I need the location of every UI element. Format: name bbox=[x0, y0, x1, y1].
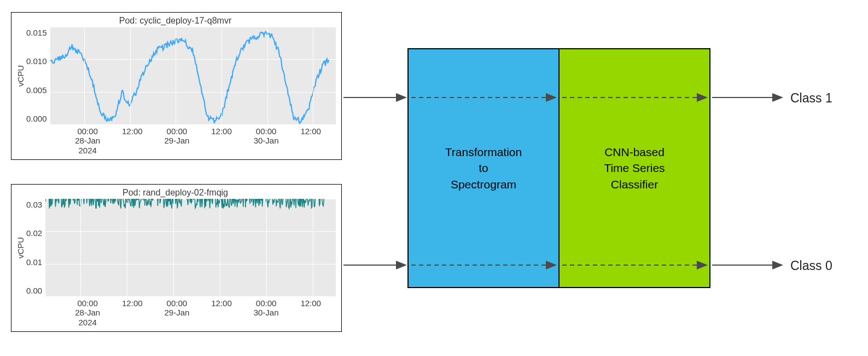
chart-title: Pod: cyclic_deploy-17-q8mvr bbox=[15, 16, 336, 26]
chart-panel-cyclic: Pod: cyclic_deploy-17-q8mvr vCPU 0.015 0… bbox=[11, 12, 342, 160]
stage-label: CNN-basedTime SeriesClassifier bbox=[604, 144, 665, 192]
line-plot-svg bbox=[50, 27, 329, 124]
chart-panel-rand: Pod: rand_deploy-02-fmqig vCPU 0.03 0.02… bbox=[11, 184, 342, 332]
output-class-0: Class 0 bbox=[790, 259, 832, 273]
plot-area bbox=[45, 199, 336, 296]
stage-transformation: TransformationtoSpectrogram bbox=[407, 48, 560, 288]
line-plot-svg bbox=[45, 199, 324, 296]
stage-label: TransformationtoSpectrogram bbox=[445, 144, 522, 192]
x-axis-ticks: 00:0028-Jan202412:0000:0029-Jan12:0000:0… bbox=[54, 296, 333, 327]
output-class-1: Class 1 bbox=[790, 91, 832, 106]
y-axis-ticks: 0.015 0.010 0.005 0.000 bbox=[26, 27, 50, 124]
y-axis-label: vCPU bbox=[15, 27, 26, 124]
stage-classifier: CNN-basedTime SeriesClassifier bbox=[558, 48, 710, 288]
y-axis-label: vCPU bbox=[15, 199, 26, 296]
plot-area bbox=[50, 27, 336, 124]
chart-title: Pod: rand_deploy-02-fmqig bbox=[15, 188, 336, 198]
y-axis-ticks: 0.03 0.02 0.01 0.00 bbox=[26, 199, 45, 296]
x-axis-ticks: 00:0028-Jan202412:0000:0029-Jan12:0000:0… bbox=[54, 124, 333, 155]
